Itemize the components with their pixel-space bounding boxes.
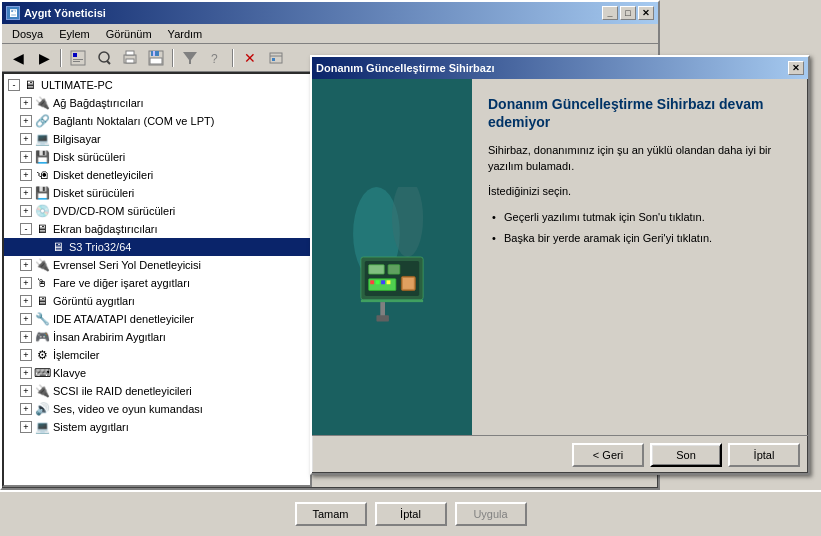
disk-icon: 💾 — [34, 149, 50, 165]
expander[interactable]: + — [20, 403, 32, 415]
dialog-footer: < Geri Son İptal — [312, 435, 808, 473]
scan-button[interactable] — [92, 47, 116, 69]
system-icon: 💻 — [34, 419, 50, 435]
item-label: Sistem aygıtları — [53, 421, 129, 433]
back-button[interactable]: < Geri — [572, 443, 644, 467]
cancel-button[interactable]: İptal — [728, 443, 800, 467]
svg-text:?: ? — [211, 52, 218, 66]
item-label: Bağlantı Noktaları (COM ve LPT) — [53, 115, 214, 127]
svg-rect-23 — [388, 265, 400, 274]
expander[interactable]: + — [20, 151, 32, 163]
expander[interactable]: + — [20, 97, 32, 109]
floppy-ctrl-icon: 🖲 — [34, 167, 50, 183]
menu-gorunum[interactable]: Görünüm — [100, 26, 158, 42]
dialog-close-button[interactable]: ✕ — [788, 61, 804, 75]
expander[interactable]: + — [20, 385, 32, 397]
list-item[interactable]: + 🔧 IDE ATA/ATAPI denetleyiciler — [4, 310, 310, 328]
expander[interactable]: + — [20, 331, 32, 343]
menu-dosya[interactable]: Dosya — [6, 26, 49, 42]
computer-icon: 🖥 — [22, 77, 38, 93]
delete-button[interactable]: ✕ — [238, 47, 262, 69]
list-item[interactable]: + 🔌 Evrensel Seri Yol Denetleyicisi — [4, 256, 310, 274]
apply-button[interactable]: Uygula — [455, 502, 527, 526]
driver-button[interactable] — [264, 47, 288, 69]
item-label: Fare ve diğer işaret aygıtları — [53, 277, 190, 289]
title-buttons: _ □ ✕ — [602, 6, 654, 20]
computer-sm-icon: 💻 — [34, 131, 50, 147]
expander[interactable]: + — [20, 295, 32, 307]
dvd-icon: 💿 — [34, 203, 50, 219]
list-item[interactable]: + ⚙ İşlemciler — [4, 346, 310, 364]
tree-selected-item[interactable]: 🖥 S3 Trio32/64 — [4, 238, 310, 256]
expander[interactable]: + — [20, 367, 32, 379]
print-button[interactable] — [118, 47, 142, 69]
properties-button[interactable] — [66, 47, 90, 69]
expander[interactable]: + — [20, 313, 32, 325]
svg-rect-33 — [403, 278, 414, 289]
expander[interactable]: + — [20, 169, 32, 181]
expander[interactable]: + — [20, 259, 32, 271]
svg-rect-3 — [73, 61, 80, 62]
floppy-icon: 💾 — [34, 185, 50, 201]
svg-rect-12 — [150, 58, 162, 64]
svg-line-5 — [107, 61, 110, 64]
ok-button[interactable]: Tamam — [295, 502, 367, 526]
list-item[interactable]: - 🖥 Ekran bağdaştırıcıları — [4, 220, 310, 238]
list-item[interactable]: + 🖲 Disket denetleyicileri — [4, 166, 310, 184]
list-item[interactable]: + 🔗 Bağlantı Noktaları (COM ve LPT) — [4, 112, 310, 130]
mouse-icon: 🖱 — [34, 275, 50, 291]
list-item[interactable]: + 💻 Sistem aygıtları — [4, 418, 310, 436]
taskbar: Tamam İptal Uygula — [0, 490, 821, 536]
cpu-icon: ⚙ — [34, 347, 50, 363]
list-item[interactable]: + 💻 Bilgisayar — [4, 130, 310, 148]
port-icon: 🔗 — [34, 113, 50, 129]
list-item[interactable]: + 🖥 Görüntü aygıtları — [4, 292, 310, 310]
wizard-illustration — [322, 187, 462, 327]
item-label: Disket sürücüleri — [53, 187, 134, 199]
list-item[interactable]: + ⌨ Klavye — [4, 364, 310, 382]
item-label: Bilgisayar — [53, 133, 101, 145]
hid-icon: 🎮 — [34, 329, 50, 345]
item-label: Disket denetleyicileri — [53, 169, 153, 181]
list-item[interactable]: + 🔊 Ses, video ve oyun kumandası — [4, 400, 310, 418]
list-item[interactable]: + 💾 Disket sürücüleri — [4, 184, 310, 202]
tree-panel[interactable]: - 🖥 ULTIMATE-PC + 🔌 Ağ Bağdaştırıcıları … — [2, 72, 312, 487]
forward-button[interactable]: ▶ — [32, 47, 56, 69]
list-item[interactable]: + 💿 DVD/CD-ROM sürücüleri — [4, 202, 310, 220]
minimize-button[interactable]: _ — [602, 6, 618, 20]
menu-eylem[interactable]: Eylem — [53, 26, 96, 42]
maximize-button[interactable]: □ — [620, 6, 636, 20]
back-button[interactable]: ◀ — [6, 47, 30, 69]
dialog-description: Sihirbaz, donanımınız için şu an yüklü o… — [488, 143, 792, 174]
list-item[interactable]: + 🎮 İnsan Arabirim Aygıtları — [4, 328, 310, 346]
expander[interactable]: + — [20, 205, 32, 217]
list-item[interactable]: + 💾 Disk sürücüleri — [4, 148, 310, 166]
filter-button[interactable] — [178, 47, 202, 69]
item-label: Klavye — [53, 367, 86, 379]
expander[interactable]: - — [20, 223, 32, 235]
svg-rect-2 — [73, 59, 83, 60]
expander[interactable]: + — [20, 421, 32, 433]
item-label: Görüntü aygıtları — [53, 295, 135, 307]
list-item[interactable]: + 🖱 Fare ve diğer işaret aygıtları — [4, 274, 310, 292]
tree-root[interactable]: - 🖥 ULTIMATE-PC — [4, 76, 310, 94]
expander[interactable]: + — [20, 349, 32, 361]
list-item[interactable]: + 🔌 SCSI ile RAID denetleyicileri — [4, 382, 310, 400]
root-expander[interactable]: - — [8, 79, 20, 91]
sound-icon: 🔊 — [34, 401, 50, 417]
help-button[interactable]: ? — [204, 47, 228, 69]
svg-rect-11 — [153, 51, 155, 56]
menu-yardim[interactable]: Yardım — [162, 26, 209, 42]
expander[interactable]: + — [20, 133, 32, 145]
finish-button[interactable]: Son — [650, 443, 722, 467]
cancel-button[interactable]: İptal — [375, 502, 447, 526]
item-label: İnsan Arabirim Aygıtları — [53, 331, 166, 343]
toolbar-separator-2 — [172, 49, 174, 67]
expander[interactable]: + — [20, 277, 32, 289]
close-button[interactable]: ✕ — [638, 6, 654, 20]
list-item[interactable]: + 🔌 Ağ Bağdaştırıcıları — [4, 94, 310, 112]
expander[interactable]: + — [20, 115, 32, 127]
expander[interactable]: + — [20, 187, 32, 199]
dialog-heading: Donanım Güncelleştirme Sihirbazı devam e… — [488, 95, 792, 131]
save-button[interactable] — [144, 47, 168, 69]
